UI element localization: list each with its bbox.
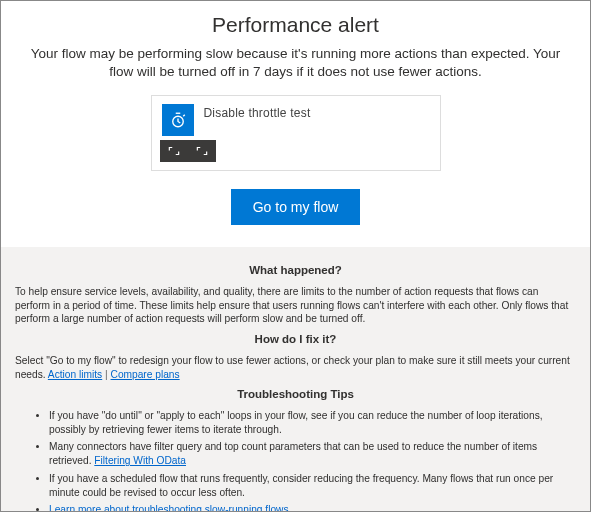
filtering-odata-link[interactable]: Filtering With OData	[94, 455, 186, 466]
learn-more-link[interactable]: Learn more about troubleshooting slow-ru…	[49, 504, 291, 512]
tips-list: If you have "do until" or "apply to each…	[15, 409, 576, 512]
flow-name: Disable throttle test	[204, 104, 311, 120]
list-item: Many connectors have filter query and to…	[49, 440, 576, 468]
action-limits-link[interactable]: Action limits	[48, 369, 102, 380]
what-happened-body: To help ensure service levels, availabil…	[15, 285, 576, 326]
go-to-my-flow-button[interactable]: Go to my flow	[231, 189, 361, 225]
how-fix-body: Select "Go to my flow" to redesign your …	[15, 354, 576, 382]
compare-plans-link[interactable]: Compare plans	[111, 369, 180, 380]
list-item: If you have a scheduled flow that runs f…	[49, 472, 576, 500]
tips-heading: Troubleshooting Tips	[15, 387, 576, 403]
expand-icon[interactable]	[188, 140, 216, 162]
list-item: If you have "do until" or "apply to each…	[49, 409, 576, 437]
how-fix-heading: How do I fix it?	[15, 332, 576, 348]
page-subtitle: Your flow may be performing slow because…	[19, 45, 572, 81]
collapse-icon[interactable]	[160, 140, 188, 162]
flow-toolbar	[160, 140, 216, 162]
info-panel: What happened? To help ensure service le…	[1, 247, 590, 512]
what-happened-heading: What happened?	[15, 263, 576, 279]
page-title: Performance alert	[19, 13, 572, 37]
link-separator: |	[102, 369, 110, 380]
schedule-icon	[162, 104, 194, 136]
list-item: Learn more about troubleshooting slow-ru…	[49, 503, 576, 512]
flow-card: Disable throttle test	[151, 95, 441, 171]
